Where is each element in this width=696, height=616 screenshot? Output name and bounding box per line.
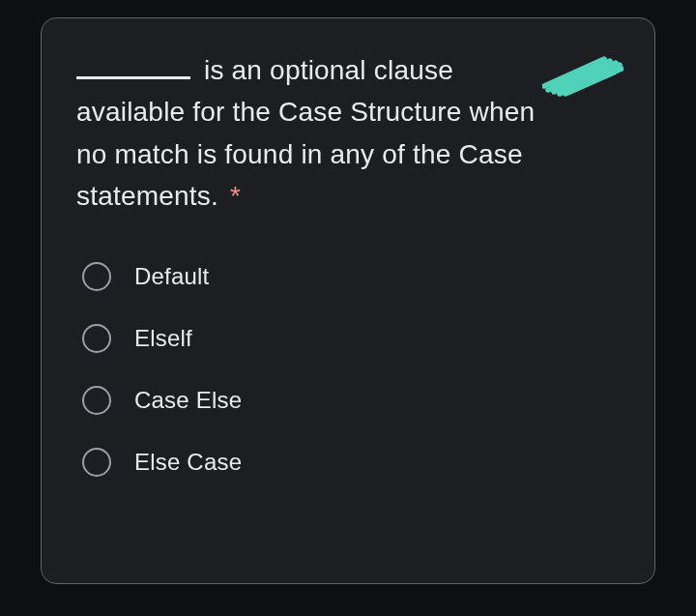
required-asterisk: * [230,181,241,211]
question-block: is an optional clause available for the … [76,49,620,218]
options-group: Default Elself Case Else Else Case [76,262,620,477]
radio-icon [82,262,111,291]
option-label: Elself [134,325,192,352]
radio-icon [82,386,111,415]
highlight-scribble-icon [542,51,624,98]
option-label: Case Else [134,387,242,414]
option-else-case[interactable]: Else Case [82,448,620,477]
option-case-else[interactable]: Case Else [82,386,620,415]
blank-underline [76,52,190,79]
question-text: is an optional clause available for the … [76,49,620,218]
radio-icon [82,448,111,477]
question-card: is an optional clause available for the … [41,17,655,584]
option-elself[interactable]: Elself [82,324,620,353]
option-default[interactable]: Default [82,262,620,291]
option-label: Else Case [134,449,242,476]
option-label: Default [134,263,209,290]
radio-icon [82,324,111,353]
